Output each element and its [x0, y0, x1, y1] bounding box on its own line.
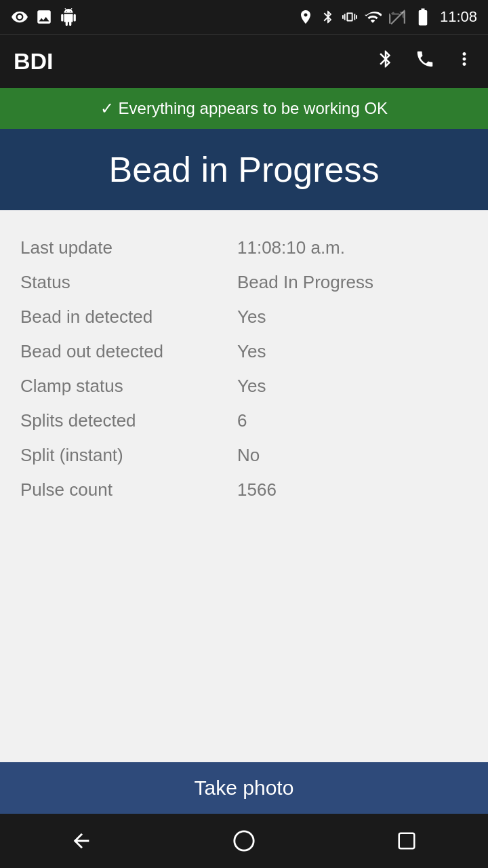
svg-point-0 — [235, 831, 253, 850]
info-value: Bead In Progress — [237, 272, 373, 293]
svg-rect-1 — [399, 833, 415, 849]
status-left-icons — [11, 8, 77, 26]
back-button[interactable] — [61, 821, 102, 861]
nav-bar — [0, 814, 488, 868]
info-value: Yes — [237, 341, 266, 362]
home-button[interactable] — [224, 821, 264, 861]
android-icon — [60, 8, 77, 26]
info-value: 6 — [237, 410, 247, 431]
info-value: 11:08:10 a.m. — [237, 237, 345, 258]
info-label: Clamp status — [20, 376, 237, 397]
info-label: Bead in detected — [20, 307, 237, 328]
bluetooth-status-icon — [321, 9, 336, 24]
content-area: Last update11:08:10 a.m.StatusBead In Pr… — [0, 210, 488, 762]
info-row: Bead out detectedYes — [20, 334, 468, 369]
info-row: StatusBead In Progress — [20, 265, 468, 300]
bluetooth-button[interactable] — [375, 49, 396, 74]
more-options-button[interactable] — [454, 49, 474, 74]
phone-button[interactable] — [415, 49, 435, 74]
info-label: Status — [20, 272, 237, 293]
info-row: Split (instant)No — [20, 438, 468, 473]
info-label: Last update — [20, 237, 237, 258]
status-banner: ✓ Everything appears to be working OK — [0, 88, 488, 129]
take-photo-button[interactable]: Take photo — [0, 762, 488, 814]
info-table: Last update11:08:10 a.m.StatusBead In Pr… — [20, 231, 468, 507]
no-signal-icon — [388, 8, 406, 26]
status-bar: 11:08 — [0, 0, 488, 34]
info-row: Clamp statusYes — [20, 369, 468, 403]
recents-button[interactable] — [386, 821, 427, 861]
info-label: Split (instant) — [20, 445, 237, 466]
location-icon — [298, 9, 314, 25]
status-right-icons: 11:08 — [298, 7, 477, 27]
info-value: Yes — [237, 307, 266, 328]
info-label: Bead out detected — [20, 341, 237, 362]
info-row: Splits detected6 — [20, 403, 468, 438]
eye-icon — [11, 8, 28, 26]
vibrate-icon — [342, 9, 357, 24]
app-title: BDI — [14, 48, 54, 75]
info-label: Pulse count — [20, 479, 237, 500]
info-row: Pulse count1566 — [20, 473, 468, 507]
wifi-icon — [364, 8, 382, 26]
info-row: Last update11:08:10 a.m. — [20, 231, 468, 265]
info-row: Bead in detectedYes — [20, 300, 468, 334]
info-value: Yes — [237, 376, 266, 397]
image-icon — [35, 8, 53, 26]
app-bar-actions — [375, 49, 474, 74]
main-header: Bead in Progress — [0, 129, 488, 210]
info-value: 1566 — [237, 479, 277, 500]
app-bar: BDI — [0, 34, 488, 88]
main-title: Bead in Progress — [109, 149, 380, 190]
battery-icon — [413, 7, 433, 27]
status-time: 11:08 — [440, 8, 477, 26]
info-value: No — [237, 445, 260, 466]
status-banner-text: ✓ Everything appears to be working OK — [100, 99, 388, 118]
info-label: Splits detected — [20, 410, 237, 431]
